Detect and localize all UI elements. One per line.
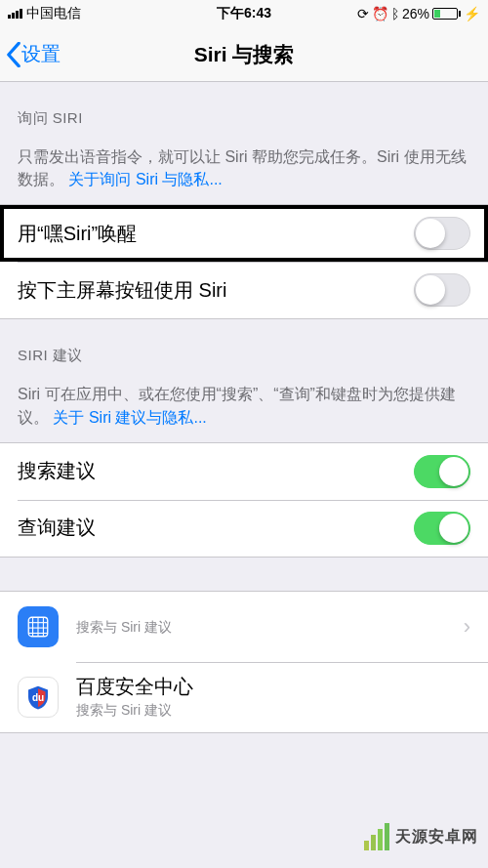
status-right: ⟳ ⏰ ᛒ 26% ⚡ [323,6,480,21]
baidu-app-icon: du [18,677,59,718]
toggle-search-suggestions[interactable] [414,455,470,488]
row-lookup-suggestions-label: 查询建议 [18,515,414,541]
chevron-left-icon [6,42,21,67]
app-row-safari[interactable]: 搜索与 Siri 建议 › [0,592,488,662]
row-hey-siri-label: 用“嘿Siri”唤醒 [18,221,414,247]
status-bar: 中国电信 下午6:43 ⟳ ⏰ ᛒ 26% ⚡ [0,0,488,27]
chevron-right-icon: › [464,614,470,640]
section-footer-suggestions: Siri 可在应用中、或在您使用“搜索”、“查询”和键盘时为您提供建议。 关于 … [0,373,488,441]
bluetooth-icon: ᛒ [391,6,399,21]
watermark-logo-icon [364,823,389,850]
orientation-lock-icon: ⟳ [357,6,369,21]
battery-icon [432,8,461,20]
app-list: 搜索与 Siri 建议 › du 百度安全中心 搜索与 Siri 建议 [0,591,488,733]
suggestions-group: 搜索建议 查询建议 [0,442,488,558]
status-time: 下午6:43 [165,5,322,22]
app-row-safari-text: 搜索与 Siri 建议 [76,617,464,637]
app-row-baidu-text: 百度安全中心 搜索与 Siri 建议 [76,674,470,720]
alarm-icon: ⏰ [372,6,388,21]
safari-app-icon [18,606,59,647]
app-baidu-sub: 搜索与 Siri 建议 [76,702,470,720]
row-search-suggestions-label: 搜索建议 [18,458,414,484]
content-scroll[interactable]: 询问 SIRI 只需发出语音指令，就可以让 Siri 帮助您完成任务。Siri … [0,82,488,868]
back-button[interactable]: 设置 [0,41,61,67]
signal-icon [8,9,22,19]
row-press-home[interactable]: 按下主屏幕按钮使用 Siri [0,262,488,318]
svg-text:du: du [32,692,44,703]
nav-bar: 设置 Siri 与搜索 [0,27,488,82]
suggestions-privacy-link[interactable]: 关于 Siri 建议与隐私... [53,409,206,426]
section-header-suggestions: SIRI 建议 [0,319,488,373]
ask-siri-group: 用“嘿Siri”唤醒 按下主屏幕按钮使用 Siri [0,204,488,319]
row-lookup-suggestions[interactable]: 查询建议 [0,500,488,557]
section-header-ask-siri: 询问 SIRI [0,82,488,136]
row-search-suggestions[interactable]: 搜索建议 [0,443,488,500]
battery-pct: 26% [402,6,429,21]
charging-icon: ⚡ [464,6,480,21]
watermark: 天源安卓网 [364,823,478,850]
toggle-press-home[interactable] [414,273,470,307]
ask-siri-privacy-link[interactable]: 关于询问 Siri 与隐私... [68,171,222,187]
page-title: Siri 与搜索 [0,41,488,68]
section-footer-ask-siri: 只需发出语音指令，就可以让 Siri 帮助您完成任务。Siri 使用无线数据。 … [0,136,488,204]
row-hey-siri[interactable]: 用“嘿Siri”唤醒 [0,205,488,262]
toggle-lookup-suggestions[interactable] [414,512,470,545]
app-row-baidu[interactable]: du 百度安全中心 搜索与 Siri 建议 [0,662,488,732]
toggle-hey-siri[interactable] [414,217,470,250]
back-label: 设置 [21,41,61,67]
status-left: 中国电信 [8,5,165,22]
watermark-text: 天源安卓网 [395,827,478,847]
row-press-home-label: 按下主屏幕按钮使用 Siri [18,277,414,304]
app-baidu-title: 百度安全中心 [76,674,470,700]
carrier-label: 中国电信 [26,5,81,22]
app-safari-sub: 搜索与 Siri 建议 [76,619,464,637]
